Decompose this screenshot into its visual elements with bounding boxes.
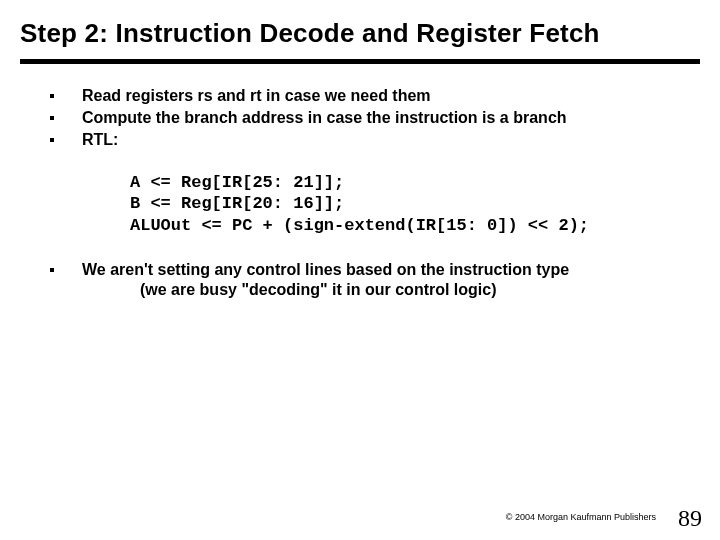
bullet-icon bbox=[50, 94, 54, 98]
bullet-text: We aren't setting any control lines base… bbox=[82, 260, 569, 300]
bullet-row: Read registers rs and rt in case we need… bbox=[50, 86, 690, 106]
bullet-row: RTL: bbox=[50, 130, 690, 150]
page-number: 89 bbox=[678, 505, 702, 532]
bullet-row: We aren't setting any control lines base… bbox=[50, 260, 690, 300]
bullet-text: Compute the branch address in case the i… bbox=[82, 108, 567, 128]
rtl-code-block: A <= Reg[IR[25: 21]]; B <= Reg[IR[20: 16… bbox=[130, 172, 720, 236]
bullets-bottom-group: We aren't setting any control lines base… bbox=[0, 260, 720, 300]
bullet-icon bbox=[50, 116, 54, 120]
bullets-top-group: Read registers rs and rt in case we need… bbox=[0, 86, 720, 150]
bullet-bottom-line1: We aren't setting any control lines base… bbox=[82, 261, 569, 278]
bullet-icon bbox=[50, 138, 54, 142]
bullet-text: Read registers rs and rt in case we need… bbox=[82, 86, 431, 106]
slide: Step 2: Instruction Decode and Register … bbox=[0, 0, 720, 540]
bullet-row: Compute the branch address in case the i… bbox=[50, 108, 690, 128]
bullet-text: RTL: bbox=[82, 130, 118, 150]
slide-title: Step 2: Instruction Decode and Register … bbox=[0, 0, 720, 55]
bullet-bottom-line2: (we are busy "decoding" it in our contro… bbox=[140, 280, 569, 300]
copyright-text: © 2004 Morgan Kaufmann Publishers bbox=[506, 512, 656, 522]
bullet-icon bbox=[50, 268, 54, 272]
title-rule bbox=[20, 59, 700, 64]
